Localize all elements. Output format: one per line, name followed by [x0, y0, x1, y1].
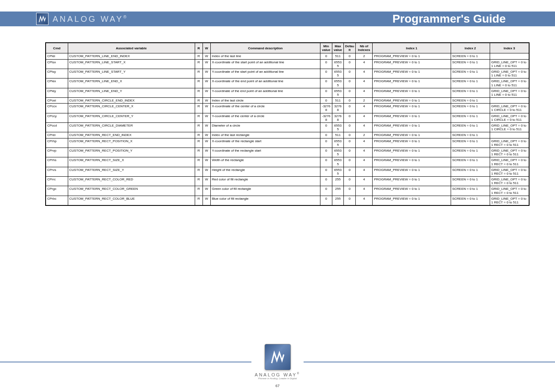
- td-def: 0: [344, 157, 356, 167]
- td-var: CUSTOM_PATTERN_RECT_COLOR_BLUE: [68, 196, 195, 205]
- th-min: Min value: [320, 43, 332, 53]
- td-min: -32768: [320, 113, 332, 122]
- footer-logo-icon: [265, 344, 291, 370]
- td-r: R: [195, 104, 203, 113]
- td-desc: Red color of fill rectangle: [210, 177, 320, 186]
- table-row: CPrhpCUSTOM_PATTERN_RECT_POSITION_XRWX-c…: [46, 138, 529, 148]
- td-nbidx: 4: [355, 78, 373, 88]
- td-idx2: SCREEN = 0 to 1: [451, 59, 490, 69]
- td-r: R: [195, 148, 203, 157]
- td-nbidx: 4: [355, 59, 373, 69]
- page-number: 67: [275, 384, 279, 388]
- td-idx3: [490, 53, 529, 59]
- td-max: 65535: [332, 148, 344, 157]
- td-idx1: PROGRAM_PREVIEW = 0 to 1: [373, 138, 451, 148]
- td-cmd: CPrvs: [46, 167, 68, 176]
- td-idx1: PROGRAM_PREVIEW = 0 to 1: [373, 104, 451, 113]
- td-var: CUSTOM_PATTERN_RECT_SIZE_X: [68, 157, 195, 167]
- td-r: R: [195, 167, 203, 176]
- td-desc: Y-coordinate of the rectangle start: [210, 148, 320, 157]
- td-r: R: [195, 196, 203, 205]
- td-idx3: GRID_LINE_OPT = 0 to 1 RECT = 0 to 511: [490, 186, 529, 196]
- td-cmd: CPrhp: [46, 138, 68, 148]
- td-r: R: [195, 98, 203, 104]
- th-var: Associated variable: [68, 43, 195, 53]
- td-min: 0: [320, 132, 332, 138]
- td-w: W: [203, 157, 210, 167]
- td-cmd: CPrrc: [46, 177, 68, 186]
- td-def: 0: [344, 177, 356, 186]
- td-idx3: GRID_LINE_OPT = 0 to 1 RECT = 0 to 511: [490, 157, 529, 167]
- td-max: 65535: [332, 167, 344, 176]
- td-var: CUSTOM_PATTERN_LINE_END_X: [68, 78, 195, 88]
- th-idx3: Index 3: [490, 43, 529, 53]
- td-idx2: SCREEN = 0 to 1: [451, 167, 490, 176]
- td-w: W: [203, 123, 210, 132]
- td-min: 0: [320, 196, 332, 205]
- th-idx2: Index 2: [451, 43, 490, 53]
- td-min: 0: [320, 98, 332, 104]
- table-body: CPleiCUSTOM_PATTERN_LINE_END_INDEXRWInde…: [46, 53, 529, 205]
- td-idx3: GRID_LINE_OPT = 0 to 1 CIRCLE = 0 to 511: [490, 123, 529, 132]
- td-idx3: GRID_LINE_OPT = 0 to 1 RECT = 0 to 511: [490, 148, 529, 157]
- footer-tagline: Pioneer in Analog, Leader in Digital: [258, 377, 297, 380]
- td-idx2: SCREEN = 0 to 1: [451, 113, 490, 122]
- td-idx2: SCREEN = 0 to 1: [451, 186, 490, 196]
- td-idx2: SCREEN = 0 to 1: [451, 138, 490, 148]
- footer-reg: ®: [297, 372, 300, 375]
- td-max: 65535: [332, 123, 344, 132]
- td-w: W: [203, 98, 210, 104]
- td-idx1: PROGRAM_PREVIEW = 0 to 1: [373, 53, 451, 59]
- td-idx2: SCREEN = 0 to 1: [451, 53, 490, 59]
- td-def: 0: [344, 167, 356, 176]
- td-nbidx: 4: [355, 104, 373, 113]
- td-r: R: [195, 157, 203, 167]
- td-idx1: PROGRAM_PREVIEW = 0 to 1: [373, 69, 451, 78]
- td-idx1: PROGRAM_PREVIEW = 0 to 1: [373, 88, 451, 97]
- td-cmd: CPcei: [46, 98, 68, 104]
- header-left: ANALOG WAY®: [36, 13, 127, 25]
- td-cmd: CPccd: [46, 123, 68, 132]
- td-idx2: SCREEN = 0 to 1: [451, 69, 490, 78]
- td-idx1: PROGRAM_PREVIEW = 0 to 1: [373, 186, 451, 196]
- td-desc: Height of the rectangle: [210, 167, 320, 176]
- td-desc: Width of the rectangle: [210, 157, 320, 167]
- td-r: R: [195, 123, 203, 132]
- td-idx3: GRID_LINE_OPT = 0 to 1 RECT = 0 to 511: [490, 138, 529, 148]
- td-idx2: SCREEN = 0 to 1: [451, 123, 490, 132]
- td-idx3: GRID_LINE_OPT = 0 to 1 LINE = 0 to 511: [490, 78, 529, 88]
- table-row: CPceiCUSTOM_PATTERN_CIRCLE_END_INDEXRWIn…: [46, 98, 529, 104]
- table-row: CPreiCUSTOM_PATTERN_RECT_END_INDEXRWInde…: [46, 132, 529, 138]
- table-row: CPrhsCUSTOM_PATTERN_RECT_SIZE_XRWWidth o…: [46, 157, 529, 167]
- td-min: 0: [320, 157, 332, 167]
- td-idx1: PROGRAM_PREVIEW = 0 to 1: [373, 98, 451, 104]
- td-def: 0: [344, 69, 356, 78]
- td-min: 0: [320, 69, 332, 78]
- td-nbidx: 2: [355, 98, 373, 104]
- td-w: W: [203, 177, 210, 186]
- td-idx1: PROGRAM_PREVIEW = 0 to 1: [373, 177, 451, 186]
- td-max: 65535: [332, 157, 344, 167]
- td-cmd: CPlsx: [46, 59, 68, 69]
- td-def: 0: [344, 148, 356, 157]
- td-cmd: CPrbc: [46, 196, 68, 205]
- td-max: 65535: [332, 88, 344, 97]
- td-nbidx: 4: [355, 196, 373, 205]
- td-min: 0: [320, 167, 332, 176]
- td-idx1: PROGRAM_PREVIEW = 0 to 1: [373, 123, 451, 132]
- td-def: 0: [344, 104, 356, 113]
- table-row: CPccxCUSTOM_PATTERN_CIRCLE_CENTER_XRWX-c…: [46, 104, 529, 113]
- th-w: W: [203, 43, 210, 53]
- table-header-row: Cmd Associated variable R W Command desc…: [46, 43, 529, 53]
- td-w: W: [203, 69, 210, 78]
- td-r: R: [195, 88, 203, 97]
- td-idx3: GRID_LINE_OPT = 0 to 1 RECT = 0 to 511: [490, 196, 529, 205]
- td-idx1: PROGRAM_PREVIEW = 0 to 1: [373, 167, 451, 176]
- td-max: 511: [332, 132, 344, 138]
- td-idx2: SCREEN = 0 to 1: [451, 132, 490, 138]
- td-def: 0: [344, 132, 356, 138]
- td-nbidx: 2: [355, 132, 373, 138]
- th-desc: Command description: [210, 43, 320, 53]
- td-nbidx: 4: [355, 123, 373, 132]
- td-cmd: CPlei: [46, 53, 68, 59]
